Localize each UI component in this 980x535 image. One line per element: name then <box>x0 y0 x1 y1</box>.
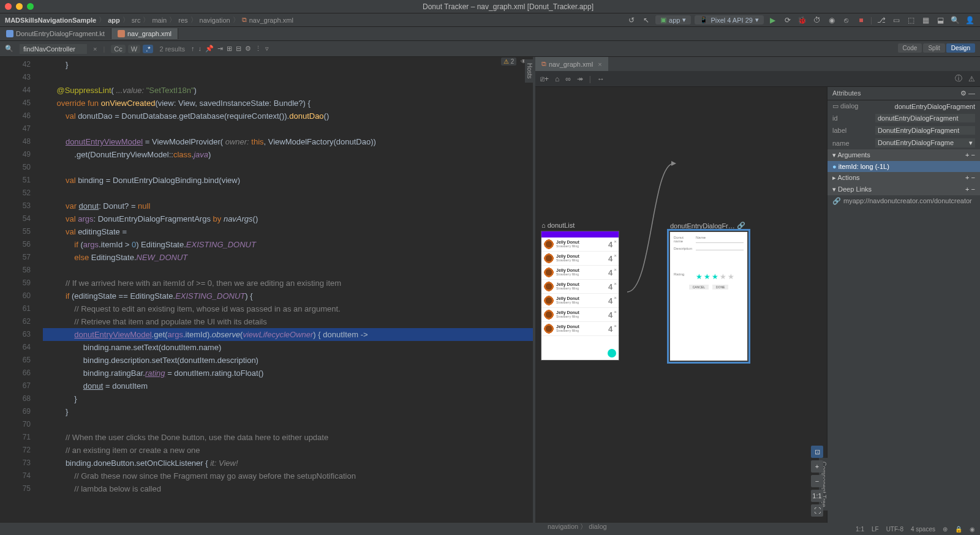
minimize-window-icon[interactable] <box>16 3 23 10</box>
editor-inspection-status[interactable]: ⚠ 2 👁 <box>501 58 527 65</box>
match-case-toggle[interactable]: Cc <box>111 45 125 53</box>
bullet-icon: ● <box>832 163 837 170</box>
arguments-section[interactable]: ▾ Arguments+ − <box>827 149 980 161</box>
debug-icon[interactable]: 🐞 <box>797 15 808 26</box>
add-selection-icon[interactable]: ⊞ <box>227 45 232 53</box>
indent[interactable]: 4 spaces <box>911 526 935 533</box>
hosts-tool-tab[interactable]: Hosts <box>525 59 533 83</box>
action-arrow[interactable] <box>627 160 676 295</box>
actions-section[interactable]: ▸ Actions+ − <box>827 172 980 184</box>
zoom-window-icon[interactable] <box>27 3 34 10</box>
layout-icon[interactable]: ▦ <box>920 15 931 26</box>
process-icon[interactable]: ◉ <box>970 526 975 533</box>
lock-icon[interactable]: 🔒 <box>955 526 962 533</box>
home-icon[interactable]: ⌂ <box>555 75 559 83</box>
add-deeplink-icon[interactable]: + <box>965 185 969 193</box>
warnings-icon[interactable]: ⚠ <box>968 75 975 83</box>
add-action-icon[interactable]: + <box>965 174 969 181</box>
apply-changes-icon[interactable]: ⟳ <box>782 15 793 26</box>
memory-icon[interactable]: ⊕ <box>943 526 948 533</box>
deeplink-item[interactable]: 🔗myapp://navdonutcreator.com/donutcreato… <box>827 195 980 207</box>
regex-toggle[interactable]: .* <box>143 45 153 53</box>
words-toggle[interactable]: W <box>128 45 140 53</box>
tab-nav-graph[interactable]: nav_graph.xml <box>111 28 178 39</box>
auto-arrange-icon[interactable]: ↠ <box>577 75 583 83</box>
zoom-fit-button[interactable]: 1:1 <box>811 490 823 502</box>
file-icon: ⧉ <box>242 16 247 24</box>
bc-5[interactable]: navigation <box>200 17 230 24</box>
find-input[interactable] <box>20 44 87 54</box>
sdk-icon[interactable]: ⬚ <box>905 15 916 26</box>
device-selector[interactable]: 📱Pixel 4 API 29▾ <box>695 15 764 24</box>
remove-action-icon[interactable]: − <box>971 174 975 181</box>
line-ending[interactable]: LF <box>872 526 879 533</box>
zoom-expand-button[interactable]: ⛶ <box>811 504 823 517</box>
funnel-icon[interactable]: ▿ <box>265 45 269 53</box>
breadcrumb[interactable]: MADSkillsNavigationSample〉 app〉 src〉 mai… <box>5 15 293 24</box>
settings-icon[interactable]: ⚙ <box>960 89 967 97</box>
sync-icon[interactable]: ↺ <box>626 15 637 26</box>
resource-icon[interactable]: ⬓ <box>935 15 946 26</box>
find-next-icon[interactable]: ↓ <box>198 45 202 53</box>
designer-breadcrumb[interactable]: navigation 〉 dialog <box>548 522 607 531</box>
bc-1[interactable]: app <box>108 17 120 24</box>
zoom-reset-button[interactable]: ⊡ <box>811 446 823 458</box>
tab-donut-entry-fragment[interactable]: DonutEntryDialogFragment.kt <box>0 28 111 39</box>
bc-0[interactable]: MADSkillsNavigationSample <box>5 17 96 24</box>
remove-argument-icon[interactable]: − <box>971 151 975 159</box>
nested-graph-icon[interactable]: ∞ <box>565 75 571 83</box>
close-tab-icon[interactable]: × <box>598 61 601 68</box>
zoom-out-button[interactable]: − <box>811 475 823 487</box>
bc-4[interactable]: res <box>178 17 187 24</box>
remove-selection-icon[interactable]: ⊟ <box>236 45 241 53</box>
attach-icon[interactable]: ⎋ <box>841 15 852 26</box>
git-icon[interactable]: ⎇ <box>876 15 887 26</box>
remove-deeplink-icon[interactable]: − <box>971 185 975 193</box>
search-everywhere-icon[interactable]: 🔍 <box>949 15 960 26</box>
designer-tab-nav-graph[interactable]: ⧉ nav_graph.xml × <box>535 57 608 71</box>
bc-3[interactable]: main <box>152 17 167 24</box>
filter-icon[interactable]: ⚙ <box>245 45 251 53</box>
destination-donut-list[interactable]: ⌂donutList Jelly DonutStrawberry filling… <box>541 222 619 360</box>
find-prev-icon[interactable]: ↑ <box>191 45 195 53</box>
bc-6[interactable]: nav_graph.xml <box>249 17 293 24</box>
main-toolbar: ↺ ↖ ▣app▾ 📱Pixel 4 API 29▾ ▶ ⟳ 🐞 ⏱ ◉ ⎋ ■… <box>626 15 975 26</box>
pan-icon[interactable]: ↔ <box>597 75 605 83</box>
nav-canvas[interactable]: Component Tree ⌂donutList Jelly DonutStr… <box>535 87 827 523</box>
code-mode-button[interactable]: Code <box>898 43 922 53</box>
code-editor[interactable]: 4243444546474849505152535455565758596061… <box>0 57 533 523</box>
attr-name-row[interactable]: nameDonutEntryDialogFragme▾ <box>827 137 980 149</box>
design-mode-button[interactable]: Design <box>946 43 975 53</box>
argument-item[interactable]: ● itemId: long (-1L) <box>827 161 980 172</box>
deeplinks-section[interactable]: ▾ Deep Links+ − <box>827 184 980 195</box>
avd-icon[interactable]: ▭ <box>891 15 902 26</box>
run-config-selector[interactable]: ▣app▾ <box>655 15 691 24</box>
back-icon[interactable]: ↖ <box>641 15 652 26</box>
minimize-panel-icon[interactable]: — <box>968 89 975 97</box>
avatar-icon[interactable]: 👤 <box>964 15 975 26</box>
stop-icon[interactable]: ■ <box>856 15 867 26</box>
zoom-in-button[interactable]: + <box>811 460 823 473</box>
split-mode-button[interactable]: Split <box>923 43 944 53</box>
info-icon[interactable]: ⓘ <box>955 73 962 84</box>
run-icon[interactable]: ▶ <box>767 15 778 26</box>
encoding[interactable]: UTF-8 <box>886 526 903 533</box>
dropdown-icon[interactable]: ▾ <box>969 139 973 147</box>
add-destination-icon[interactable]: ⎚+ <box>540 75 549 83</box>
caret-position[interactable]: 1:1 <box>856 526 864 533</box>
add-argument-icon[interactable]: + <box>965 151 969 159</box>
coverage-icon[interactable]: ◉ <box>826 15 837 26</box>
profile-icon[interactable]: ⏱ <box>812 15 823 26</box>
select-all-icon[interactable]: ⇥ <box>217 45 223 53</box>
dialog-type-icon: ▭ <box>832 102 839 110</box>
clear-find-icon[interactable]: × <box>93 45 97 53</box>
find-pin-icon[interactable]: 📌 <box>205 45 214 53</box>
window-controls[interactable] <box>5 3 34 10</box>
bc-2[interactable]: src <box>132 17 141 24</box>
close-window-icon[interactable] <box>5 3 12 10</box>
more-icon[interactable]: ⋮ <box>255 45 262 53</box>
destination-donut-dialog[interactable]: donutEntryDialogFr… 🔗 Donut nameName Des… <box>670 222 747 361</box>
attr-id-row[interactable]: iddonutEntryDialogFragment <box>827 112 980 124</box>
attr-label-row[interactable]: labelDonutEntryDialogFragment <box>827 124 980 137</box>
code-area[interactable]: } @SuppressLint( ...value: "SetTextI18n"… <box>43 57 533 523</box>
